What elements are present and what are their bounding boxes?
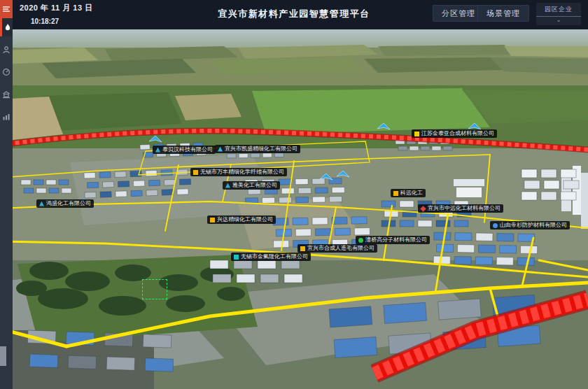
company-name: 无锡市万丰精细化学纤维有限公司	[200, 169, 284, 175]
gauge-icon	[2, 68, 10, 76]
company-name: 无锡市金氟隆化工有限公司	[241, 254, 308, 260]
company-name: 宜兴市合成人造毛有限公司	[307, 246, 374, 251]
left-toolbar	[0, 0, 13, 389]
bar-chart-icon	[2, 113, 10, 121]
building-label[interactable]: 无锡市万丰精细化学纤维有限公司	[190, 168, 287, 176]
company-marker-icon	[420, 206, 426, 211]
scene-management-button[interactable]: 场景管理	[477, 5, 529, 22]
chevron-down-icon: ⌄	[536, 17, 581, 24]
park-enterprise-label: 园区企业	[536, 3, 581, 17]
enterprise-building-tab[interactable]	[0, 85, 13, 104]
company-marker-icon	[493, 223, 498, 228]
building-label[interactable]: 漕桥高分子材料有限公司	[356, 236, 430, 244]
app-window: 2020 年 11 月 13 日 10:18:27 宜兴市新材料产业园智慧管理平…	[0, 0, 588, 389]
company-name: 科远化工	[400, 190, 423, 196]
company-name: 泰贝汉科技有限公司	[162, 147, 213, 153]
building-label[interactable]: 宜兴市中远化工材料有限公司	[418, 204, 503, 213]
building-label[interactable]: 山由帝杉防护材料有限公司	[490, 221, 570, 229]
company-marker-icon	[193, 170, 198, 175]
company-name: 江苏金泰亚合成材料有限公司	[421, 131, 494, 136]
park-enterprise-dropdown[interactable]: 园区企业 ⌄	[536, 3, 581, 25]
company-name: 鸿盛化工有限公司	[46, 201, 91, 206]
building-label[interactable]: 兴达精细化工有限公司	[207, 215, 276, 224]
bank-building-icon	[2, 90, 10, 99]
company-marker-icon	[358, 238, 363, 243]
company-name: 兴达精细化工有限公司	[217, 217, 273, 222]
building-label[interactable]: 鸿盛化工有限公司	[36, 199, 94, 208]
company-name: 宜兴市凯盛精细化工有限公司	[225, 146, 298, 152]
company-marker-icon	[218, 147, 223, 152]
top-header-bar: 2020 年 11 月 13 日 10:18:27 宜兴市新材料产业园智慧管理平…	[0, 0, 588, 29]
company-marker-icon	[225, 183, 230, 188]
company-marker-icon	[300, 246, 305, 251]
zone-management-button[interactable]: 分区管理	[433, 5, 484, 22]
building-label[interactable]: 雅美化工有限公司	[223, 181, 280, 190]
company-name: 山由帝杉防护材料有限公司	[500, 222, 567, 228]
building-label[interactable]: 无锡市金氟隆化工有限公司	[231, 253, 311, 261]
company-marker-icon	[210, 218, 215, 222]
company-name: 雅美化工有限公司	[232, 183, 277, 188]
fire-monitor-tab[interactable]	[0, 18, 13, 36]
hamburger-menu-icon	[2, 5, 10, 13]
sidebar-scrollbar[interactable]	[0, 346, 6, 366]
company-marker-icon	[414, 132, 419, 136]
hamburger-menu-button[interactable]	[0, 0, 13, 18]
company-marker-icon	[39, 201, 44, 206]
company-marker-icon	[393, 191, 398, 196]
flame-icon	[4, 23, 12, 31]
statistics-tab[interactable]	[0, 108, 13, 126]
personnel-tab[interactable]	[0, 41, 13, 59]
building-label[interactable]: 泰贝汉科技有限公司	[153, 146, 216, 154]
gauge-tab[interactable]	[0, 63, 13, 81]
company-name: 漕桥高分子材料有限公司	[365, 237, 427, 243]
company-marker-icon	[234, 255, 239, 260]
building-label[interactable]: 宜兴市凯盛精细化工有限公司	[215, 145, 300, 153]
building-label[interactable]: 科远化工	[391, 189, 426, 197]
company-name: 宜兴市中远化工材料有限公司	[428, 206, 500, 211]
building-label[interactable]: 江苏金泰亚合成材料有限公司	[412, 129, 497, 138]
person-icon	[2, 45, 10, 54]
company-marker-icon	[155, 148, 160, 153]
building-label[interactable]: 宜兴市合成人造毛有限公司	[298, 244, 377, 253]
